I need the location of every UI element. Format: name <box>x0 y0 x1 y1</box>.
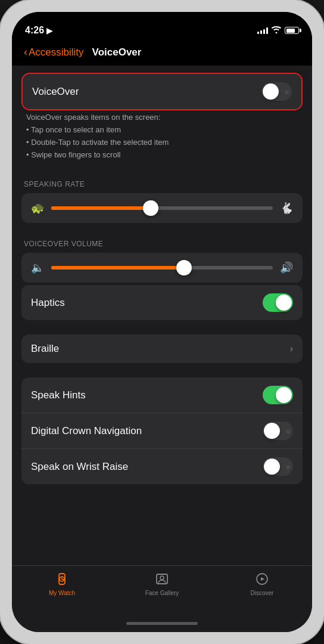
battery-icon <box>285 27 299 34</box>
time-display: 4:26 <box>25 25 44 36</box>
speaking-rate-knob[interactable] <box>143 200 158 216</box>
back-label[interactable]: Accessibility <box>29 47 84 58</box>
speaking-rate-track[interactable] <box>51 206 273 210</box>
braille-container: Braille › <box>21 335 303 363</box>
speaking-rate-fill <box>51 206 151 210</box>
status-icons <box>257 26 299 35</box>
voiceover-volume-track[interactable] <box>51 266 273 270</box>
home-bar <box>126 622 198 625</box>
back-button[interactable]: ‹ Accessibility <box>24 47 84 58</box>
face-gallery-label: Face Gallery <box>145 590 179 596</box>
speak-hints-label: Speak Hints <box>31 389 86 401</box>
haptics-row[interactable]: Haptics <box>21 285 303 320</box>
voiceover-volume-knob[interactable] <box>176 260 192 275</box>
speak-wrist-knob <box>264 459 280 475</box>
digital-crown-toggle[interactable]: ○ <box>263 422 293 440</box>
turtle-icon: 🐢 <box>31 202 44 215</box>
phone-frame: 4:26 ▶ <box>0 0 324 644</box>
speaker-low-icon: 🔈 <box>31 261 44 274</box>
toggle-knob <box>263 83 279 100</box>
digital-crown-knob <box>264 423 280 439</box>
speak-wrist-toggle[interactable]: ○ <box>263 457 293 476</box>
digital-crown-row[interactable]: Digital Crown Navigation ○ <box>21 413 303 448</box>
digital-crown-label: Digital Crown Navigation <box>31 425 142 437</box>
braille-chevron-icon: › <box>290 343 293 354</box>
svg-marker-7 <box>261 577 264 581</box>
description-item-3: • Swipe two fingers to scroll <box>26 149 298 162</box>
speaking-rate-slider-row[interactable]: 🐢 🐇 <box>21 193 303 223</box>
lower-settings-container: Speak Hints Digital Crown Navigation ○ S… <box>21 377 303 484</box>
nav-header: ‹ Accessibility VoiceOver <box>12 42 312 66</box>
location-icon: ▶ <box>46 26 52 35</box>
voiceover-description: VoiceOver speaks items on the screen: • … <box>24 113 300 161</box>
speaking-rate-label: SPEAKING RATE <box>12 171 312 193</box>
discover-icon <box>254 571 270 587</box>
status-time: 4:26 ▶ <box>25 25 52 36</box>
voiceover-label: VoiceOver <box>32 86 79 98</box>
haptics-toggle[interactable] <box>263 293 293 312</box>
voiceover-volume-slider-row[interactable]: 🔈 🔊 <box>21 253 303 283</box>
home-indicator <box>12 614 312 632</box>
rabbit-icon: 🐇 <box>280 202 293 215</box>
tab-bar: My Watch Face Gallery <box>12 565 312 614</box>
haptics-toggle-knob <box>276 295 292 311</box>
voiceover-volume-fill <box>51 266 184 270</box>
haptics-label: Haptics <box>31 297 65 309</box>
speaker-high-icon: 🔊 <box>280 261 293 274</box>
face-gallery-icon <box>154 571 170 587</box>
haptics-container: Haptics <box>21 285 303 320</box>
back-chevron-icon: ‹ <box>24 46 27 58</box>
tab-discover[interactable]: Discover <box>212 571 312 596</box>
scroll-content: VoiceOver ○ VoiceOver speaks items on th… <box>12 66 312 565</box>
svg-line-3 <box>62 579 64 580</box>
voiceover-toggle[interactable]: ○ <box>261 82 292 101</box>
braille-row[interactable]: Braille › <box>21 335 303 363</box>
my-watch-label: My Watch <box>49 590 75 596</box>
speak-wrist-row[interactable]: Speak on Wrist Raise ○ <box>21 448 303 484</box>
description-item-2: • Double-Tap to activate the selected it… <box>26 137 298 149</box>
voiceover-row[interactable]: VoiceOver ○ <box>23 74 301 109</box>
voiceover-highlighted-row: VoiceOver ○ <box>21 73 303 110</box>
speak-hints-knob <box>276 387 292 403</box>
tab-my-watch[interactable]: My Watch <box>12 571 112 596</box>
speak-wrist-label: Speak on Wrist Raise <box>31 461 128 473</box>
page-title: VoiceOver <box>92 47 142 58</box>
dynamic-island <box>129 18 195 36</box>
svg-point-5 <box>160 576 164 580</box>
description-title: VoiceOver speaks items on the screen: <box>26 113 298 122</box>
wifi-icon <box>272 26 281 35</box>
my-watch-icon <box>54 571 70 587</box>
voiceover-volume-label: VOICEOVER VOLUME <box>12 230 312 253</box>
braille-label: Braille <box>31 343 59 355</box>
speak-hints-row[interactable]: Speak Hints <box>21 377 303 413</box>
discover-label: Discover <box>251 590 274 596</box>
signal-bars <box>257 27 268 34</box>
speak-hints-toggle[interactable] <box>263 386 293 404</box>
tab-face-gallery[interactable]: Face Gallery <box>112 571 212 596</box>
phone-screen: 4:26 ▶ <box>12 12 312 632</box>
description-item-1: • Tap once to select an item <box>26 124 298 137</box>
